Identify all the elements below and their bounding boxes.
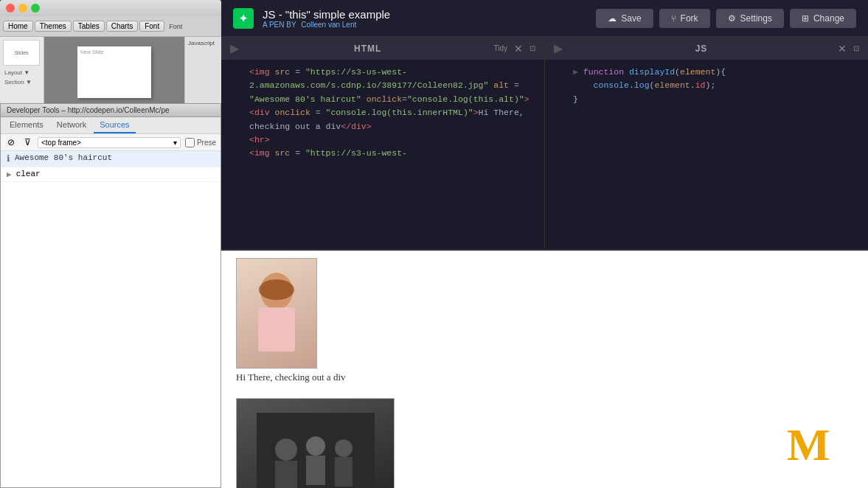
slide-titlebar	[0, 0, 221, 16]
frame-selector[interactable]: <top frame> ▾	[38, 137, 181, 148]
html-editor-header: ▶ HTML Tidy ✕ ⊡	[221, 37, 544, 60]
fork-button[interactable]: ⑂ Fork	[659, 9, 710, 28]
tables-btn[interactable]: Tables	[73, 21, 105, 32]
codepen-logo: ✦	[233, 8, 254, 29]
preserve-log-input[interactable]	[185, 138, 195, 147]
html-header-actions: Tidy ✕ ⊡	[493, 43, 535, 54]
devtools-titlebar: Developer Tools – http://codepen.io/Coll…	[1, 104, 221, 117]
grid-icon: ⊞	[802, 13, 809, 24]
code-line-2: 2.amazonaws.com/s.cdnp.io/389177/Colleen…	[224, 79, 541, 92]
save-label: Save	[621, 13, 641, 24]
svg-point-6	[306, 436, 325, 456]
font-btn[interactable]: Font	[139, 21, 164, 32]
svg-text:M: M	[787, 419, 830, 467]
preview-image-2[interactable]	[236, 398, 395, 488]
js-close-button[interactable]: ✕	[837, 43, 847, 54]
slide-canvas-label: New Slide	[77, 46, 151, 57]
codepen-title-area: JS - "this" simple example A PEN BY Coll…	[263, 8, 587, 29]
svg-point-2	[259, 279, 294, 300]
js-fold-arrow[interactable]: ▶	[554, 41, 563, 55]
svg-rect-5	[275, 461, 297, 488]
js-label: Javascript	[188, 40, 218, 46]
um-logo-svg: M	[787, 416, 853, 467]
svg-rect-1	[258, 307, 295, 352]
settings-label: Settings	[740, 13, 772, 24]
minimize-button[interactable]	[18, 4, 27, 13]
console-text-0: Awesome 80's haircut	[15, 153, 215, 162]
section-btn[interactable]: Section ▼	[3, 77, 41, 87]
code-line-3: "Awesome 80's haircut" onclick="console.…	[224, 93, 541, 106]
console-text-1: clear	[16, 170, 215, 178]
codepen-preview: Hi There, checking out a div Anoth	[221, 251, 868, 488]
preview-section-2: Another Div	[221, 391, 409, 488]
tidy-button[interactable]: Tidy	[493, 44, 507, 52]
js-line-3: }	[548, 93, 865, 106]
slide-toolbar: Home Themes Tables Charts Font Font	[0, 16, 221, 37]
save-button[interactable]: ☁ Save	[596, 9, 653, 28]
change-button[interactable]: ⊞ Change	[790, 9, 856, 28]
chevron-down-icon: ▾	[173, 139, 177, 147]
frame-selector-label: <top frame>	[41, 139, 81, 147]
author-prefix: A PEN BY	[263, 21, 296, 29]
group-svg	[257, 413, 375, 488]
js-line-1: ▶ function displayId(element){	[548, 66, 865, 79]
svg-point-4	[275, 439, 297, 461]
themes-btn[interactable]: Themes	[35, 21, 72, 32]
html-editor-pane: ▶ HTML Tidy ✕ ⊡ <img src = "https://s3-u…	[221, 37, 545, 249]
tab-network[interactable]: Network	[51, 117, 92, 133]
js-lang-label: JS	[695, 43, 708, 54]
preserve-log-checkbox[interactable]: Prese	[185, 138, 216, 147]
tab-sources[interactable]: Sources	[94, 117, 135, 133]
pen-title: JS - "this" simple example	[263, 8, 587, 21]
code-line-5: <div onclick = "console.log(this.innerHT…	[224, 106, 541, 119]
author-name: Colleen van Lent	[301, 21, 356, 29]
slide-app: Home Themes Tables Charts Font Font Slid…	[0, 0, 221, 107]
slide-main-area: New Slide	[44, 37, 184, 107]
slide-sidebar: Slides Layout ▼ Section ▼	[0, 37, 44, 107]
html-expand-button[interactable]: ⊡	[530, 44, 535, 52]
svg-rect-7	[306, 456, 325, 485]
devtools-icon-stop[interactable]: ⊘	[5, 136, 17, 148]
code-line-8: <hr>	[224, 133, 541, 147]
devtools-toolbar2: ⊘ ⊽ <top frame> ▾ Prese	[1, 134, 221, 151]
js-editor-body[interactable]: ▶ function displayId(element){ console.l…	[545, 60, 868, 249]
console-item-1: ▶ clear	[1, 167, 221, 182]
devtools-icon-filter[interactable]: ⊽	[21, 136, 33, 148]
svg-rect-9	[335, 457, 353, 487]
js-header-actions: ✕ ⊡	[837, 43, 859, 54]
fork-label: Fork	[681, 13, 698, 24]
slide-right-panel: Javascript	[184, 37, 221, 107]
code-line-10: <img src = "https://s3-us-west-	[224, 147, 541, 160]
html-lang-label: HTML	[354, 43, 381, 54]
html-close-button[interactable]: ✕	[513, 43, 524, 54]
html-editor-body[interactable]: <img src = "https://s3-us-west- 2.amazon…	[221, 60, 544, 249]
html-fold-arrow[interactable]: ▶	[230, 41, 239, 55]
editors-row: ▶ HTML Tidy ✕ ⊡ <img src = "https://s3-u…	[221, 37, 868, 251]
code-line-1: <img src = "https://s3-us-west-	[224, 66, 541, 79]
close-button[interactable]	[6, 4, 15, 13]
charts-btn[interactable]: Charts	[106, 21, 138, 32]
maximize-button[interactable]	[31, 4, 40, 13]
js-expand-button[interactable]: ⊡	[853, 44, 859, 52]
fork-icon: ⑂	[671, 13, 676, 24]
home-btn[interactable]: Home	[3, 21, 33, 32]
gear-icon: ⚙	[728, 13, 736, 24]
tab-elements[interactable]: Elements	[4, 117, 49, 133]
font-label: Font	[169, 23, 182, 30]
slide-thumb-1[interactable]: Slides	[3, 40, 40, 66]
codepen-area: ✦ JS - "this" simple example A PEN BY Co…	[221, 0, 868, 488]
layout-btn[interactable]: Layout ▼	[3, 68, 41, 77]
codepen-header: ✦ JS - "this" simple example A PEN BY Co…	[221, 0, 868, 37]
settings-button[interactable]: ⚙ Settings	[716, 9, 784, 28]
slide-content: Slides Layout ▼ Section ▼ New Slide Java…	[0, 37, 221, 107]
js-line-2: console.log(element.id);	[548, 79, 865, 92]
preview-image-1[interactable]	[236, 258, 317, 369]
preview-caption-1: Hi There, checking out a div	[236, 372, 346, 383]
js-editor-pane: ▶ JS ✕ ⊡ ▶ function displayId(element){ …	[545, 37, 868, 249]
devtools-tabs: Elements Network Sources	[1, 117, 221, 134]
preview-content: Hi There, checking out a div Anoth	[221, 251, 868, 488]
info-icon: ℹ	[7, 153, 10, 164]
expand-arrow-icon[interactable]: ▶	[7, 170, 12, 179]
pen-author: A PEN BY Colleen van Lent	[263, 21, 587, 29]
svg-point-8	[335, 439, 353, 457]
